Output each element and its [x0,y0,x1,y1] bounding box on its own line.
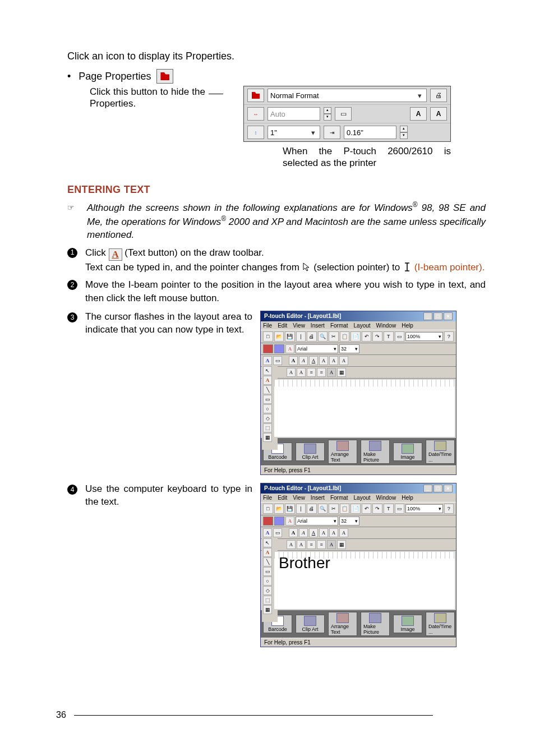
callout-line [209,94,223,94]
screenshot-brother: P-touch Editor - [Layout1.lbl] _□× FileE… [260,483,456,647]
step-badge-4: 4 [67,485,77,495]
page-properties-label: Page Properties [79,71,151,82]
pointing-hand-icon: ☞ [67,202,75,242]
step-badge-2: 2 [67,280,77,290]
window-title: P-touch Editor - [Layout1.lbl] [264,485,341,491]
text-tool-icon[interactable]: A [109,248,122,261]
minimize-icon[interactable]: _ [423,485,432,492]
orientation-portrait[interactable]: A [430,107,447,121]
step-2: 2 Move the I-beam pointer to the positio… [67,278,486,305]
page-properties-bullet: • Page Properties [67,69,486,84]
step-1: 1 Click A (Text button) on the draw tool… [67,246,486,274]
length-icon: ↔ [247,107,264,121]
text-prop-row1: A Arial▾ 32▾ [261,343,456,355]
format-dropdown[interactable]: Normal Format ▾ [268,89,427,102]
object-dock[interactable]: Barcode Clip Art Arrange Text Make Pictu… [261,438,456,465]
size-combo[interactable]: 32▾ [339,344,359,353]
ibeam-pointer-icon [403,262,412,272]
step-badge-1: 1 [67,248,77,258]
layout-icon-a[interactable]: ▭ [335,107,352,121]
panel-hide-button[interactable] [247,89,264,102]
screenshot-empty: P-touch Editor - [Layout1.lbl] _□× FileE… [260,311,456,475]
maximize-icon[interactable]: □ [433,312,442,320]
layout-canvas[interactable] [274,552,455,609]
step-3-text: The cursor flashes in the layout area to… [85,311,252,336]
section-heading-entering-text: ENTERING TEXT [67,184,486,196]
margin-field[interactable]: 0.16" [344,126,396,139]
standard-toolbar[interactable]: □📂💾|🖨🔍 ✂📋📄↶↷ T▭ 100%▾ ? [261,330,456,343]
intro-text: Click an icon to display its Properties. [67,50,486,62]
dropdown-arrow-icon: ▾ [308,128,317,137]
width-dropdown[interactable]: 1" ▾ [268,126,320,139]
dropdown-arrow-icon: ▾ [415,91,424,100]
length-field[interactable]: Auto [268,107,320,121]
window-title: P-touch Editor - [Layout1.lbl] [264,313,341,319]
maximize-icon[interactable]: □ [433,485,442,492]
print-button[interactable]: 🖨 [430,89,447,102]
page-properties-icon[interactable] [156,69,173,84]
panel-footnote: When the P-touch 2600/2610 is selected a… [283,145,451,169]
compatibility-note: ☞ Although the screens shown in the foll… [67,200,486,242]
page-properties-panel: Normal Format ▾ 🖨 ↔ Auto ▴▾ ▭ A A ↕ 1" ▾ [243,86,451,142]
text-prop-row2: A▭ AA AA AA [261,355,456,367]
format-value: Normal Format [270,91,319,100]
close-icon[interactable]: × [444,485,453,492]
minimize-icon[interactable]: _ [423,312,432,320]
panel-toggle[interactable] [274,344,284,353]
bullet-dot: • [67,71,71,82]
status-bar: For Help, press F1 [261,465,456,474]
selection-pointer-icon [302,262,311,272]
close-icon[interactable]: × [444,312,453,320]
menu-bar[interactable]: FileEditViewInsertFormatLayoutWindowHelp [261,494,456,502]
page-number: 36 [56,710,433,720]
panel-icon[interactable] [263,344,273,353]
orientation-landscape[interactable]: A [410,107,427,121]
layout-canvas[interactable] [274,380,455,437]
text-prop-row3: ▤ AA≡≡ A▦ [261,367,456,379]
step-4-text: Use the computer keyboard to type in the… [85,483,252,509]
length-spinner[interactable]: ▴▾ [324,107,331,121]
font-combo[interactable]: Arial▾ [296,344,338,353]
margin-spinner[interactable]: ▴▾ [400,126,408,139]
standard-toolbar[interactable]: □📂💾|🖨🔍 ✂📋📄↶↷ T▭ 100%▾ ? [261,502,456,515]
step-badge-3: 3 [67,312,77,322]
menu-bar[interactable]: FileEditViewInsertFormatLayoutWindowHelp [261,321,456,330]
margin-icon: ⇥ [324,126,340,139]
width-icon: ↕ [247,126,264,139]
hide-properties-caption: Click this button to hide the Properties… [90,86,205,110]
